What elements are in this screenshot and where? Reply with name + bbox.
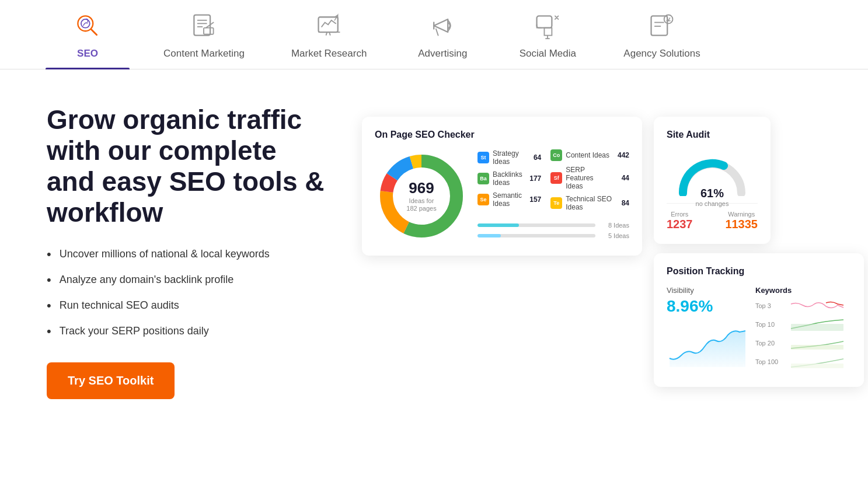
seo-donut-chart: 969 Ideas for 182 pages xyxy=(375,149,468,243)
site-audit-title: Site Audit xyxy=(667,130,758,140)
sparkline-top100 xyxy=(783,355,851,368)
badge-serp: Sf xyxy=(550,172,562,184)
tab-content-marketing[interactable]: Content Marketing xyxy=(140,0,268,69)
seo-checker-title: On Page SEO Checker xyxy=(375,130,629,140)
sparkline-top3 xyxy=(783,299,851,312)
kw-label-top3: Top 3 xyxy=(755,302,780,309)
tab-advertising-label: Advertising xyxy=(418,48,467,60)
keywords-section: Keywords Top 3 Top 10 xyxy=(755,286,851,374)
tab-content-marketing-label: Content Marketing xyxy=(163,48,245,60)
warnings-label: Warnings xyxy=(725,211,758,218)
social-media-icon xyxy=(532,11,563,41)
svg-point-1 xyxy=(81,19,90,28)
main-content: Grow organic traffic with our complete a… xyxy=(0,69,868,422)
errors-value: 1237 xyxy=(667,218,693,230)
site-audit-gauge: 61% no changes xyxy=(674,149,750,196)
sparkline-top20 xyxy=(783,337,851,350)
bottom-cards: Site Audit 61% no changes Erro xyxy=(654,117,864,387)
cta-button[interactable]: Try SEO Toolkit xyxy=(47,362,175,399)
agency-solutions-icon xyxy=(647,11,677,41)
dashboard-preview: On Page SEO Checker xyxy=(362,117,864,387)
position-tracking-card: Position Tracking Visibility 8.96% xyxy=(654,253,864,387)
seo-icon xyxy=(72,11,103,41)
tab-advertising[interactable]: Advertising xyxy=(390,0,495,69)
tab-seo[interactable]: SEO xyxy=(35,0,140,69)
market-research-icon xyxy=(314,11,344,41)
progress-bars: 8 Ideas 5 Ideas xyxy=(477,222,629,239)
tab-social-media[interactable]: Social Media xyxy=(495,0,600,69)
tab-agency-solutions[interactable]: Agency Solutions xyxy=(600,0,723,69)
keywords-title: Keywords xyxy=(755,286,851,295)
donut-number: 969 xyxy=(406,179,436,197)
svg-rect-5 xyxy=(537,16,552,27)
feature-item-3: Run technical SEO audits xyxy=(47,298,327,313)
tab-social-media-label: Social Media xyxy=(520,48,576,60)
hero-headline: Grow organic traffic with our complete a… xyxy=(47,104,327,228)
nav-tabs: SEO Content Marketing xyxy=(0,0,868,69)
advertising-icon xyxy=(427,11,458,41)
kw-label-top100: Top 100 xyxy=(755,358,780,365)
svg-rect-3 xyxy=(204,28,214,34)
kw-label-top20: Top 20 xyxy=(755,340,780,347)
badge-semantic: Se xyxy=(477,194,489,205)
badge-technical: Te xyxy=(550,197,562,209)
svg-point-7 xyxy=(664,15,673,24)
visibility-chart xyxy=(667,320,748,367)
site-audit-card: Site Audit 61% no changes Erro xyxy=(654,117,771,244)
seo-legend: St Strategy Ideas 64 Ba Backlinks Ideas … xyxy=(477,149,629,243)
tab-market-research-label: Market Research xyxy=(291,48,367,60)
content-marketing-icon xyxy=(189,11,219,41)
feature-item-2: Analyze any domain's backlink profile xyxy=(47,273,327,288)
badge-strategy: St xyxy=(477,152,489,163)
svg-rect-15 xyxy=(791,345,843,350)
badge-content: Co xyxy=(550,149,562,161)
tab-seo-label: SEO xyxy=(77,48,98,60)
tab-agency-solutions-label: Agency Solutions xyxy=(623,48,700,60)
donut-sub2: 182 pages xyxy=(406,205,436,212)
svg-point-0 xyxy=(78,16,93,31)
visibility-label: Visibility xyxy=(667,286,748,295)
svg-rect-14 xyxy=(791,324,843,331)
svg-rect-2 xyxy=(194,15,211,36)
feature-list: Uncover millions of national & local key… xyxy=(47,247,327,339)
donut-sub1: Ideas for xyxy=(406,197,436,205)
feature-item-4: Track your SERP positions daily xyxy=(47,324,327,339)
kw-label-top10: Top 10 xyxy=(755,321,780,328)
gauge-sub: no changes xyxy=(674,200,750,208)
warnings-value: 11335 xyxy=(725,218,758,230)
visibility-value: 8.96% xyxy=(667,297,748,316)
feature-item-1: Uncover millions of national & local key… xyxy=(47,247,327,262)
seo-checker-card: On Page SEO Checker xyxy=(362,117,642,256)
svg-rect-16 xyxy=(791,364,843,368)
badge-backlinks: Ba xyxy=(477,173,489,184)
hero-section: Grow organic traffic with our complete a… xyxy=(47,104,327,399)
visibility-section: Visibility 8.96% xyxy=(667,286,748,374)
tab-market-research[interactable]: Market Research xyxy=(268,0,390,69)
errors-label: Errors xyxy=(667,211,693,218)
position-tracking-title: Position Tracking xyxy=(667,266,851,277)
sparkline-top10 xyxy=(783,318,851,331)
